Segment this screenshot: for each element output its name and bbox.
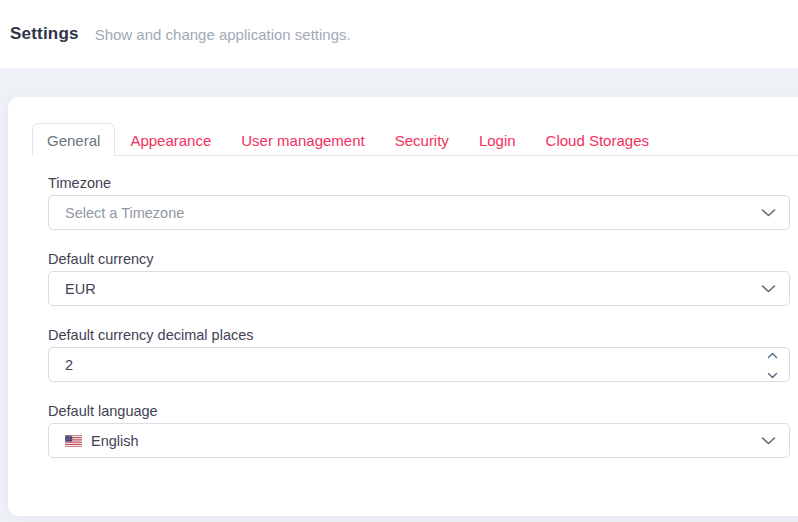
tab-login[interactable]: Login: [464, 123, 531, 156]
chevron-down-icon: [761, 284, 776, 293]
chevron-down-icon: [767, 367, 778, 382]
chevron-down-icon: [761, 436, 776, 445]
decimal-places-value: 2: [65, 357, 73, 373]
currency-value: EUR: [65, 281, 96, 297]
language-value: English: [91, 433, 139, 449]
decimal-places-label: Default currency decimal places: [48, 327, 790, 343]
tab-cloud-storages[interactable]: Cloud Storages: [531, 123, 664, 156]
page-title: Settings: [10, 24, 79, 44]
currency-label: Default currency: [48, 251, 790, 267]
decimal-places-field-group: Default currency decimal places 2: [48, 327, 790, 382]
chevron-up-icon: [767, 347, 778, 362]
number-stepper: [767, 348, 778, 381]
tab-security[interactable]: Security: [380, 123, 464, 156]
tab-appearance[interactable]: Appearance: [115, 123, 226, 156]
timezone-label: Timezone: [48, 175, 790, 191]
page-header: Settings Show and change application set…: [0, 0, 798, 68]
timezone-select[interactable]: Select a Timezone: [48, 195, 790, 230]
timezone-field-group: Timezone Select a Timezone: [48, 175, 790, 230]
settings-tabs: General Appearance User management Secur…: [32, 123, 798, 156]
decimal-places-input[interactable]: 2: [48, 347, 790, 382]
tab-general[interactable]: General: [32, 123, 115, 156]
timezone-placeholder: Select a Timezone: [65, 205, 184, 221]
currency-field-group: Default currency EUR: [48, 251, 790, 306]
language-label: Default language: [48, 403, 790, 419]
chevron-down-icon: [761, 208, 776, 217]
language-field-group: Default language: [48, 403, 790, 458]
tab-panel-general: Timezone Select a Timezone Default curre…: [32, 156, 798, 458]
settings-card: General Appearance User management Secur…: [8, 97, 798, 516]
language-select[interactable]: English: [48, 423, 790, 458]
currency-select[interactable]: EUR: [48, 271, 790, 306]
stepper-up-button[interactable]: [767, 347, 778, 362]
page-subtitle: Show and change application settings.: [95, 26, 351, 43]
tab-user-management[interactable]: User management: [226, 123, 379, 156]
stepper-down-button[interactable]: [767, 367, 778, 382]
us-flag-icon: [65, 435, 82, 447]
